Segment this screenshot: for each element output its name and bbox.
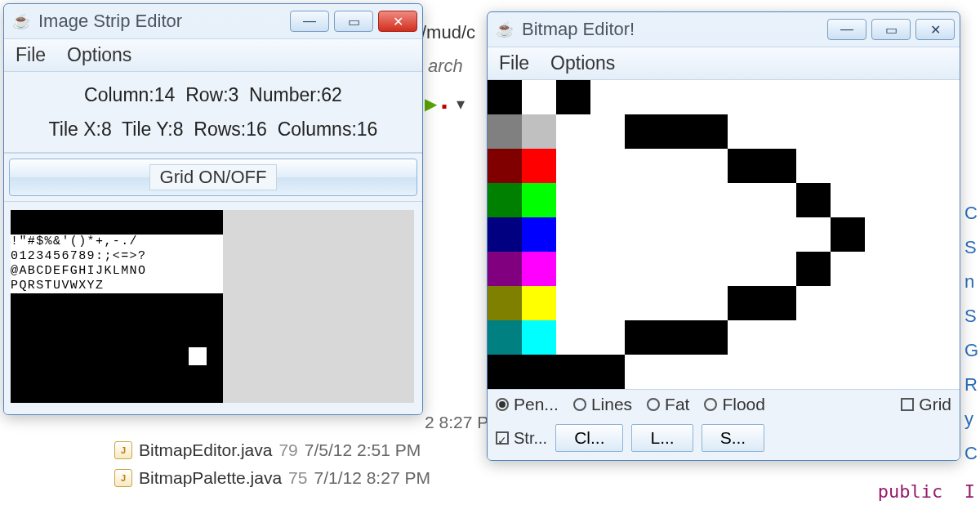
palette-swatch[interactable] [488,286,522,320]
palette-swatch[interactable] [488,183,522,217]
pixel[interactable] [728,286,762,320]
bg-run-dropdown[interactable]: ▶ ▪ ▾ [425,94,465,114]
grid-checkbox[interactable]: Grid [901,395,951,414]
run-icon: ▶ [425,95,437,113]
pixel[interactable] [556,355,590,389]
file-rev: 79 [278,436,297,464]
menu-file[interactable]: File [499,52,529,74]
close-button[interactable]: ✕ [378,11,417,32]
menu-file[interactable]: File [16,44,46,66]
pixel[interactable] [625,320,659,355]
file-row[interactable]: J BitmapPalette.java 75 7/1/12 8:27 PM [114,464,488,492]
tool-radio-flood[interactable]: Flood [704,395,765,414]
palette-swatch[interactable] [522,183,556,217]
pixel[interactable] [796,183,831,217]
grid-checkbox-label: Grid [919,395,951,414]
stroke-checkbox[interactable]: Str... [496,429,547,448]
palette-swatch[interactable] [488,252,522,286]
palette-swatch[interactable] [488,80,522,114]
java-file-icon: J [114,469,132,487]
menubar: File Options [4,38,422,72]
pixel[interactable] [693,320,728,355]
label: Number: [249,84,321,105]
file-ts: 7/5/12 2:51 PM [305,436,421,464]
maximize-button[interactable]: ▭ [334,11,373,32]
editor-area [488,80,960,389]
palette-swatch[interactable] [522,252,556,286]
bg-path-fragment: /mud/c [421,22,475,43]
load-button[interactable]: L... [631,424,693,452]
tool-radio-lines[interactable]: Lines [573,395,632,414]
pixel[interactable] [659,114,693,149]
menu-options[interactable]: Options [550,52,615,74]
color-palette [488,80,556,389]
palette-swatch[interactable] [522,217,556,252]
selection-cursor [189,347,207,365]
java-icon: ☕ [12,12,30,30]
window-title: Image Strip Editor [38,11,282,32]
titlebar[interactable]: ☕ Image Strip Editor — ▭ ✕ [4,4,422,38]
radio-icon [647,398,660,411]
window-title: Bitmap Editor! [522,19,819,40]
label: Column: [84,84,154,105]
radio-icon [573,398,586,411]
palette-swatch[interactable] [522,286,556,320]
label: Tile Y: [122,118,173,140]
palette-swatch[interactable] [522,320,556,355]
tool-radio-row: Pen...LinesFatFlood Grid [488,389,960,419]
save-button[interactable]: S... [702,424,765,452]
value-tilex: 8 [101,118,112,140]
window-image-strip-editor: ☕ Image Strip Editor — ▭ ✕ File Options … [3,3,423,415]
titlebar[interactable]: ☕ Bitmap Editor! — ▭ ✕ [488,12,960,47]
file-ts: 7/1/12 8:27 PM [314,464,430,492]
file-list: 2 8:27 P J BitmapEditor.java 79 7/5/12 2… [114,409,488,492]
radio-label: Pen... [514,395,559,414]
palette-swatch[interactable] [488,320,522,355]
clear-button[interactable]: Cl... [555,424,623,452]
palette-swatch[interactable] [488,217,522,252]
palette-swatch[interactable] [522,114,556,149]
pixel[interactable] [762,149,796,183]
palette-swatch[interactable] [522,149,556,183]
pixel-canvas[interactable] [556,80,960,389]
checkbox-icon [901,398,914,411]
pixel[interactable] [831,217,865,252]
minimize-button[interactable]: — [827,19,866,40]
pixel[interactable] [762,286,796,320]
tool-radio-pen[interactable]: Pen... [496,395,559,414]
maximize-button[interactable]: ▭ [871,19,911,40]
palette-swatch[interactable] [488,149,522,183]
file-name: BitmapEditor.java [139,436,272,464]
pixel[interactable] [728,149,762,183]
label: Tile X: [49,118,101,140]
palette-swatch[interactable] [488,114,522,149]
pixel[interactable] [659,320,693,355]
pixel[interactable] [590,355,625,389]
pixel[interactable] [625,114,659,149]
file-row[interactable]: 2 8:27 P [425,409,488,436]
bg-code-fragment: public I [878,481,975,502]
tool-radio-fat[interactable]: Fat [647,395,689,414]
label: Rows: [194,118,246,140]
grid-toggle-button[interactable]: Grid ON/OFF [9,159,417,196]
info-panel: Column:14 Row:3 Number:62 Tile X:8 Tile … [4,72,422,153]
close-button[interactable]: ✕ [915,19,955,40]
tool-button-row: Str... Cl... L... S... [488,419,960,460]
bg-search-fragment: arch [428,56,463,77]
bg-side-letters: CSnSGRyC [964,196,978,471]
java-file-icon: J [114,441,132,459]
pixel[interactable] [556,80,590,114]
menu-options[interactable]: Options [67,44,131,66]
palette-swatch[interactable] [522,80,556,114]
radio-icon [704,398,717,411]
file-rev: 75 [288,464,307,492]
java-icon: ☕ [496,20,514,38]
radio-icon [496,398,509,411]
file-row[interactable]: J BitmapEditor.java 79 7/5/12 2:51 PM [114,436,488,464]
value-columns: 16 [357,118,378,140]
minimize-button[interactable]: — [290,11,329,32]
radio-label: Flood [722,395,765,414]
pixel[interactable] [693,114,728,149]
image-strip-canvas[interactable]: !"#$%&'()*+,-./0123456789:;<=>?@ABCDEFGH… [11,210,414,403]
pixel[interactable] [796,252,831,286]
